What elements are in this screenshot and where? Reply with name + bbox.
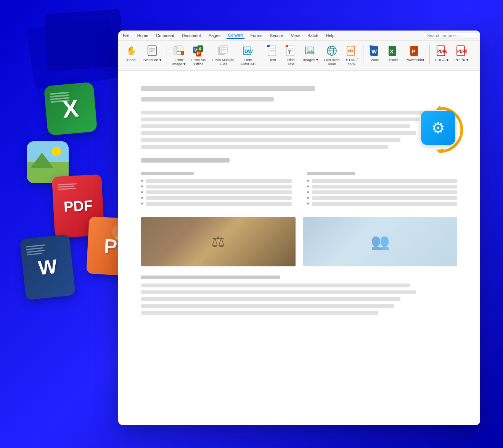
word-line [26, 250, 45, 253]
toolbar-search[interactable] [424, 32, 477, 39]
fast-web-icon-wrap [326, 45, 338, 57]
footer-line [141, 290, 416, 294]
body-line [141, 131, 416, 135]
bullet-item [307, 185, 458, 189]
menu-pages[interactable]: Pages [207, 32, 222, 39]
menu-home[interactable]: Home [136, 32, 150, 39]
ribbon-from-ms-office[interactable]: W X P From MSOffice [189, 43, 209, 68]
ribbon-sep-4 [429, 45, 430, 64]
menu-forms[interactable]: Forms [249, 32, 264, 39]
bullet-dot [141, 185, 143, 187]
menu-convert[interactable]: Convert [227, 32, 244, 39]
bullet-text [312, 190, 458, 194]
bullet-text [146, 190, 292, 194]
ribbon-word[interactable]: W Word [366, 43, 383, 63]
heading-line-2 [141, 97, 274, 102]
col-heading [307, 172, 355, 175]
menu-view[interactable]: View [289, 32, 302, 39]
svg-text:T: T [288, 49, 291, 55]
footer-line [141, 284, 410, 287]
ribbon-selection[interactable]: Selection ▾ [141, 43, 164, 63]
bullet-item [307, 202, 458, 206]
convert-gear-icon: ⚙ [431, 119, 445, 137]
menu-document[interactable]: Document [180, 32, 202, 39]
menu-batch[interactable]: Batch [306, 32, 320, 39]
word-line [27, 253, 42, 255]
bullet-dot [141, 197, 143, 199]
ribbon-excel[interactable]: X Excel [385, 43, 402, 63]
sub-heading-line [141, 158, 230, 163]
text-icon-wrap [267, 45, 279, 57]
html-svg-icon-wrap: </> [346, 45, 358, 57]
ribbon-powerpoint[interactable]: P PowerPoint [403, 43, 426, 63]
column-left [141, 172, 292, 208]
pdf-lines [58, 183, 77, 190]
sub-heading-section [141, 158, 457, 163]
bullet-dot [307, 180, 309, 182]
svg-text:</>: </> [348, 49, 354, 53]
ribbon-rich-text[interactable]: T RichText [283, 43, 299, 68]
ribbon-hand[interactable]: ✋ Hand [123, 43, 140, 63]
svg-text:↑: ↑ [182, 52, 183, 55]
floating-icons: X PDF P W [0, 0, 122, 343]
menu-file[interactable]: File [121, 32, 131, 39]
excel-icon: X [44, 82, 98, 136]
from-ms-office-icon-wrap: W X P [193, 45, 205, 57]
ribbon-selection-label: Selection ▾ [143, 58, 161, 62]
svg-text:P: P [197, 51, 200, 56]
columns-section [141, 172, 457, 208]
ppt-ribbon-icon: P [410, 45, 420, 56]
bullet-text [146, 202, 292, 206]
images-section [141, 217, 457, 266]
from-ms-office-icon: W X P [193, 45, 204, 56]
svg-rect-27 [267, 45, 270, 47]
pdf-a-icon: PDF/A [436, 45, 447, 56]
footer-line [141, 297, 400, 301]
ribbon-html-svg[interactable]: </> HTML /SVG [343, 43, 360, 68]
ribbon-from-ms-office-label: From MSOffice [191, 58, 206, 66]
ribbon-from-autocad-label: FromAutoCAD [240, 58, 256, 66]
ribbon-pdf-x[interactable]: PDF/X PDF/X ▾ [452, 43, 471, 63]
ribbon-images[interactable]: Images ▾ [301, 43, 320, 63]
menu-help[interactable]: Help [324, 32, 336, 39]
pdf-text: PDF [63, 197, 93, 215]
from-multiple-icon [218, 45, 229, 56]
footer-heading [141, 276, 280, 279]
footer-line [141, 304, 394, 308]
bullet-text [312, 185, 458, 189]
ribbon-sep-2 [261, 45, 261, 64]
bullet-item [141, 190, 292, 194]
svg-rect-32 [286, 45, 288, 47]
word-lines [26, 244, 46, 255]
menu-comment[interactable]: Comment [154, 32, 176, 39]
word-icon: W [20, 234, 76, 300]
ribbon-sep-1 [167, 45, 167, 64]
ribbon-text[interactable]: Text [264, 43, 281, 63]
bullet-dot [141, 203, 143, 205]
ribbon-sep-3 [363, 45, 363, 64]
ribbon-from-image[interactable]: ↑ FromImage ▾ [170, 43, 188, 68]
body-line [141, 145, 388, 149]
pdf-x-icon-wrap: PDF/X [455, 45, 468, 57]
ribbon-from-multiple[interactable]: From MultipleFiles [210, 43, 237, 68]
hand-icon-wrap: ✋ [125, 45, 137, 57]
excel-lines [50, 92, 69, 103]
ribbon-excel-label: Excel [389, 58, 398, 62]
svg-text:DWG: DWG [244, 48, 253, 54]
svg-rect-47 [370, 45, 373, 48]
ribbon-fast-web[interactable]: Fast WebView [322, 43, 342, 68]
footer-section [141, 276, 457, 315]
body-line [141, 111, 426, 114]
menu-secure[interactable]: Secure [268, 32, 285, 39]
document-panel: File Home Comment Document Pages Convert… [118, 31, 480, 425]
selection-icon-wrap [146, 45, 158, 57]
bullet-item [307, 190, 458, 194]
ribbon-html-svg-label: HTML /SVG [346, 58, 358, 66]
bullet-text [312, 202, 458, 206]
ribbon-pdf-a[interactable]: PDF/A PDF/A ▾ [433, 43, 451, 63]
ribbon-from-autocad[interactable]: DWG FromAutoCAD [238, 43, 258, 68]
pdf-line [58, 185, 74, 187]
footer-line [141, 311, 378, 315]
excel-ribbon-icon-wrap: X [387, 45, 399, 57]
body-line [141, 138, 400, 142]
